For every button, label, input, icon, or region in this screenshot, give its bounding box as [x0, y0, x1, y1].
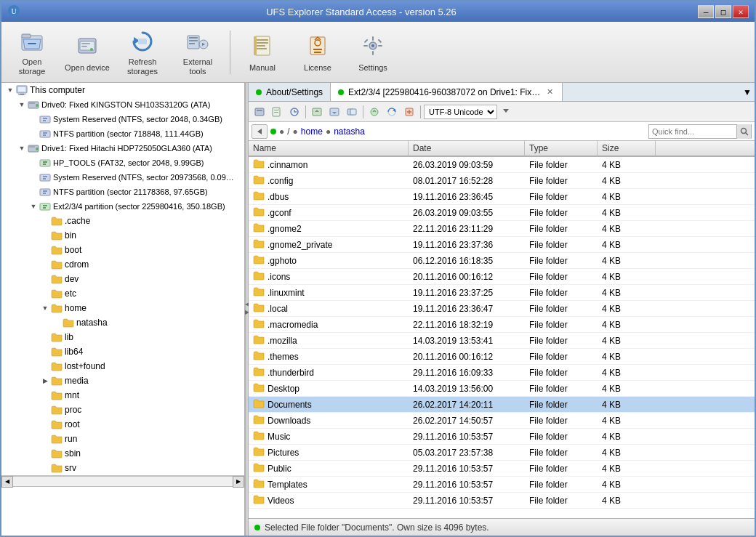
col-header-date[interactable]: Date [409, 141, 525, 156]
tree-folder-proc[interactable]: proc [1, 403, 244, 417]
col-header-size[interactable]: Size [598, 141, 656, 156]
table-row[interactable]: .thunderbird 29.11.2016 16:09:33 File fo… [249, 365, 755, 381]
table-row[interactable]: .cinnamon 26.03.2019 09:03:59 File folde… [249, 157, 755, 173]
table-row[interactable]: .gnome2 22.11.2016 23:11:29 File folder … [249, 221, 755, 237]
tree-folder-dev[interactable]: dev [1, 272, 244, 286]
tree-hscroll-track[interactable] [13, 476, 233, 487]
tree-folder-etc[interactable]: etc [1, 286, 244, 301]
ftb-btn-7[interactable] [366, 104, 382, 120]
no-toggle-6 [39, 230, 51, 241]
table-row[interactable]: Public 29.11.2016 10:53:57 File folder 4… [249, 461, 755, 477]
table-row[interactable]: Videos 29.11.2016 10:53:57 File folder 4… [249, 493, 755, 509]
folder-icon-lib [51, 331, 63, 343]
table-row[interactable]: Templates 29.11.2016 10:53:57 File folde… [249, 477, 755, 493]
tree-sysreserved1[interactable]: System Reserved (NTFS, sector 20973568, … [1, 170, 244, 185]
ftb-btn-8[interactable] [384, 104, 400, 120]
tree-sysreserved0[interactable]: System Reserved (NTFS, sector 2048, 0.34… [1, 112, 244, 126]
ftb-btn-1[interactable] [252, 104, 268, 120]
tree-folder-media-label: media [65, 376, 89, 386]
tree-ext-toggle[interactable]: ▼ [28, 201, 39, 212]
tree-folder-boot[interactable]: boot [1, 243, 244, 257]
tree-folder-mnt[interactable]: mnt [1, 388, 244, 403]
table-row[interactable]: .linuxmint 19.11.2016 23:37:25 File fold… [249, 285, 755, 301]
encoding-select[interactable]: UTF-8 UnicodeASCIIUTF-16 LEUTF-16 BE [424, 105, 497, 119]
tab-close-button[interactable]: ✕ [544, 87, 555, 97]
tree-folder-lostfound[interactable]: lost+found [1, 359, 244, 374]
table-row[interactable]: .mozilla 14.03.2019 13:53:41 File folder… [249, 333, 755, 349]
ftb-btn-9[interactable] [401, 104, 417, 120]
tree-drive0-toggle[interactable]: ▼ [16, 99, 28, 110]
tree-ntfs0[interactable]: NTFS partition (sector 718848, 111.44GB) [1, 126, 244, 141]
tree-drive0[interactable]: ▼ Drive0: Fixed KINGSTON SH103S3120G (AT… [1, 97, 244, 112]
tree-folder-home[interactable]: ▼ home [1, 301, 244, 315]
tree-home-toggle[interactable]: ▼ [39, 302, 51, 314]
tree-root[interactable]: ▼ This computer [1, 83, 244, 97]
table-row[interactable]: Desktop 14.03.2019 13:56:00 File folder … [249, 381, 755, 397]
close-button[interactable]: ✕ [733, 5, 749, 18]
open-device-button[interactable]: Open device [61, 26, 113, 78]
breadcrumb-back[interactable] [252, 124, 268, 139]
tree-hptools[interactable]: HP_TOOLS (FAT32, sector 2048, 9.99GB) [1, 156, 244, 170]
open-storage-button[interactable]: Open storage [6, 26, 58, 78]
tab-scroll-arrow[interactable]: ▼ [740, 83, 755, 101]
tab-about-settings[interactable]: About/Settings [249, 83, 331, 101]
breadcrumb-item-natasha[interactable]: natasha [334, 126, 365, 137]
tree-ntfs1[interactable]: NTFS partition (sector 21178368, 97.65GB… [1, 185, 244, 199]
search-input[interactable] [649, 127, 736, 136]
tree-folder-media[interactable]: ▶ media [1, 374, 244, 388]
ftb-btn-5[interactable] [326, 104, 342, 120]
table-row[interactable]: .macromedia 22.11.2016 18:32:19 File fol… [249, 317, 755, 333]
encoding-dropdown-arrow[interactable] [502, 106, 510, 117]
table-row[interactable]: .gnome2_private 19.11.2016 23:37:36 File… [249, 237, 755, 253]
refresh-storages-button[interactable]: Refresh storages [116, 26, 169, 78]
license-button[interactable]: License [291, 26, 344, 78]
tree-folder-lib64[interactable]: lib64 [1, 344, 244, 359]
tab-ext-partition[interactable]: Ext2/3/4 [225980416-960387072 on Drive1:… [331, 83, 563, 101]
tree-folder-root[interactable]: root [1, 417, 244, 432]
table-row[interactable]: .icons 20.11.2016 00:16:12 File folder 4… [249, 269, 755, 285]
tree-drive1-toggle[interactable]: ▼ [16, 142, 28, 154]
settings-button[interactable]: Settings [347, 26, 399, 78]
col-header-name[interactable]: Name [249, 141, 409, 156]
table-row[interactable]: .gphoto 06.12.2016 16:18:35 File folder … [249, 253, 755, 269]
table-row[interactable]: Music 29.11.2016 10:53:57 File folder 4 … [249, 429, 755, 445]
ftb-btn-6[interactable] [344, 104, 360, 120]
tree-root-toggle[interactable]: ▼ [4, 84, 16, 96]
ftb-btn-4[interactable] [309, 104, 325, 120]
external-tools-button[interactable]: External tools [172, 26, 224, 78]
file-folder-icon [253, 366, 265, 379]
tree-hscroll-right[interactable]: ▶ [233, 476, 244, 488]
breadcrumb-item-root[interactable]: / [287, 126, 289, 137]
tree-hscroll-left[interactable]: ◀ [1, 476, 13, 488]
folder-icon-dev [51, 273, 63, 285]
table-row[interactable]: Documents 26.02.2017 14:20:11 File folde… [249, 397, 755, 413]
table-row[interactable]: Pictures 05.03.2017 23:57:38 File folder… [249, 445, 755, 461]
table-row[interactable]: .themes 20.11.2016 00:16:12 File folder … [249, 349, 755, 365]
tree-folder-sbin[interactable]: sbin [1, 446, 244, 461]
table-row[interactable]: .config 08.01.2017 16:52:28 File folder … [249, 173, 755, 189]
tree-folder-srv[interactable]: srv [1, 461, 244, 475]
tree-folder-cache[interactable]: .cache [1, 214, 244, 228]
minimize-button[interactable]: — [698, 5, 714, 18]
col-header-type[interactable]: Type [525, 141, 598, 156]
tree-media-toggle[interactable]: ▶ [39, 375, 51, 387]
table-row[interactable]: Downloads 26.02.2017 14:50:57 File folde… [249, 413, 755, 429]
tree-drive1[interactable]: ▼ Drive1: Fixed Hitachi HDP725050GLA360 … [1, 141, 244, 156]
manual-button[interactable]: Manual [236, 26, 289, 78]
file-name: .thunderbird [268, 368, 314, 378]
tree-ext-partition[interactable]: ▼ Ext2/3/4 partition (sector 225980416, … [1, 199, 244, 214]
tree-folder-bin[interactable]: bin [1, 228, 244, 243]
search-button[interactable] [736, 124, 751, 139]
maximize-button[interactable]: □ [715, 5, 731, 18]
tree-hscroll[interactable]: ◀ ▶ [1, 475, 244, 487]
table-row[interactable]: .gconf 26.03.2019 09:03:55 File folder 4… [249, 205, 755, 221]
table-row[interactable]: .dbus 19.11.2016 23:36:45 File folder 4 … [249, 189, 755, 205]
ftb-btn-3[interactable] [286, 104, 302, 120]
table-row[interactable]: .local 19.11.2016 23:36:47 File folder 4… [249, 301, 755, 317]
tree-folder-run[interactable]: run [1, 432, 244, 446]
ftb-btn-2[interactable] [269, 104, 285, 120]
tree-folder-natasha[interactable]: natasha [1, 315, 244, 330]
tree-folder-lib[interactable]: lib [1, 330, 244, 344]
tree-folder-cdrom[interactable]: cdrom [1, 257, 244, 272]
breadcrumb-item-home[interactable]: home [301, 126, 323, 137]
